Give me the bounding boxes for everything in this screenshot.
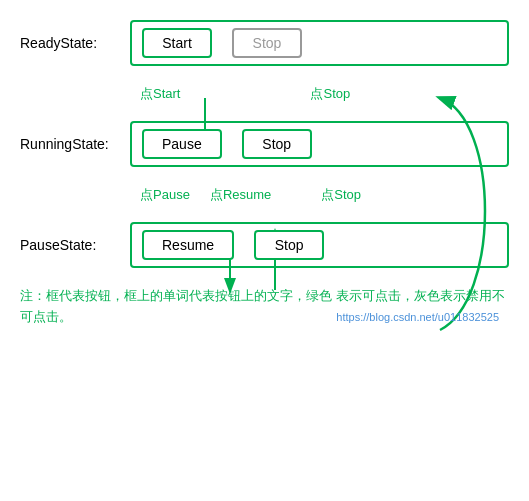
watermark: https://blog.csdn.net/u011832525: [336, 311, 499, 323]
running-state-box: Pause Stop: [130, 121, 509, 167]
ready-state-label: ReadyState:: [20, 35, 130, 51]
running-to-pause-arrows: 点Pause 点Resume 点Stop: [130, 167, 509, 222]
pause-state-box: Resume Stop: [130, 222, 509, 268]
click-stop-from-running-label: 点Stop: [310, 85, 350, 103]
ready-state-box: Start Stop: [130, 20, 509, 66]
ready-stop-button: Stop: [232, 28, 302, 58]
click-pause-label: 点Pause: [140, 186, 190, 204]
ready-to-running-arrows: 点Start 点Stop: [130, 66, 509, 121]
pause-state-label: PauseState:: [20, 237, 130, 253]
running-pause-button[interactable]: Pause: [142, 129, 222, 159]
running-stop-button[interactable]: Stop: [242, 129, 312, 159]
ready-state-row: ReadyState: Start Stop: [20, 20, 509, 66]
pause-state-row: PauseState: Resume Stop: [20, 222, 509, 268]
diagram-container: ReadyState: Start Stop 点Start 点Stop Runn…: [20, 20, 509, 328]
click-stop-from-pause-label: 点Stop: [321, 186, 361, 204]
click-resume-label: 点Resume: [210, 186, 271, 204]
click-start-label: 点Start: [140, 85, 180, 103]
pause-stop-button[interactable]: Stop: [254, 230, 324, 260]
running-state-row: RunningState: Pause Stop: [20, 121, 509, 167]
ready-start-button[interactable]: Start: [142, 28, 212, 58]
running-state-label: RunningState:: [20, 136, 130, 152]
pause-resume-button[interactable]: Resume: [142, 230, 234, 260]
